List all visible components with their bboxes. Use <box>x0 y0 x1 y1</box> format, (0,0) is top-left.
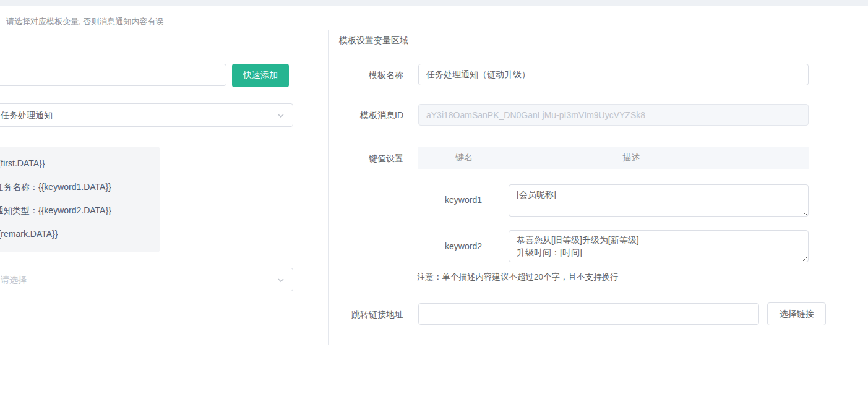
template-variable-warning: 请选择对应模板变量, 否则消息通知内容有误 <box>6 16 163 27</box>
quick-add-input[interactable] <box>0 64 226 86</box>
chevron-down-icon <box>277 111 285 120</box>
top-tab-bar <box>0 0 868 6</box>
template-select[interactable]: 任务处理通知 <box>0 103 293 127</box>
jump-link-input[interactable] <box>418 303 759 325</box>
section-title: 模板设置变量区域 <box>339 35 408 46</box>
variable-select-placeholder: 请选择 <box>1 275 27 285</box>
template-content-preview: {{first.DATA}} 任务名称：{{keyword1.DATA}} 通知… <box>0 147 160 252</box>
template-id-input <box>418 104 809 126</box>
keyword1-desc-textarea[interactable] <box>509 184 809 217</box>
kv-settings-label: 键值设置 <box>328 153 403 165</box>
preview-line: 任务名称：{{keyword1.DATA}} <box>0 181 151 193</box>
quick-add-button[interactable]: 快速添加 <box>232 64 289 87</box>
jump-link-label: 跳转链接地址 <box>328 309 403 320</box>
chevron-down-icon <box>277 276 285 285</box>
select-link-button[interactable]: 选择链接 <box>767 302 826 325</box>
template-select-value: 任务处理通知 <box>1 110 53 120</box>
kv-note: 注意：单个描述内容建议不超过20个字，且不支持换行 <box>417 272 619 283</box>
template-name-label: 模板名称 <box>328 70 403 81</box>
kv-table-header: 键名 描述 <box>418 147 809 169</box>
kv-row-key: keyword1 <box>418 195 509 205</box>
template-message-settings-page: 请选择对应模板变量, 否则消息通知内容有误 快速添加 任务处理通知 {{firs… <box>0 0 868 399</box>
keyword2-desc-textarea[interactable] <box>509 230 809 262</box>
preview-line: 通知类型：{{keyword2.DATA}} <box>0 204 151 217</box>
kv-column-key: 键名 <box>418 152 510 163</box>
preview-line: {{first.DATA}} <box>0 157 151 169</box>
variable-select[interactable]: 请选择 <box>0 268 293 291</box>
kv-row-key: keyword2 <box>418 241 509 251</box>
template-id-label: 模板消息ID <box>328 110 403 121</box>
kv-column-desc: 描述 <box>510 152 809 163</box>
preview-line: {{remark.DATA}} <box>0 228 151 240</box>
template-name-input[interactable] <box>418 64 809 85</box>
